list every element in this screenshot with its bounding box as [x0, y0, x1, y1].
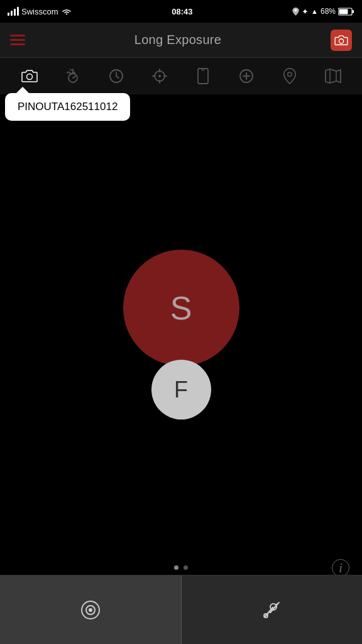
settings-tab[interactable] — [182, 575, 363, 644]
header: Long Exposure — [0, 23, 362, 58]
toolbar-location-icon — [283, 68, 297, 84]
menu-line-2 — [10, 39, 25, 41]
status-bar: Swisscom 08:43 ✦ ▲ 68% — [0, 0, 362, 23]
page-title: Long Exposure — [134, 33, 221, 47]
svg-line-8 — [70, 70, 72, 70]
svg-rect-3 — [339, 9, 348, 14]
tab-bar — [0, 575, 362, 644]
info-button[interactable]: i — [332, 559, 349, 577]
battery-icon — [338, 8, 354, 16]
focus-button[interactable]: F — [151, 360, 211, 419]
toolbar-location-button[interactable] — [268, 58, 311, 94]
status-left: Swisscom — [8, 7, 72, 16]
svg-rect-19 — [198, 69, 208, 84]
bluetooth-icon: ✦ — [302, 7, 309, 16]
menu-line-1 — [10, 35, 25, 36]
wifi-icon — [61, 8, 72, 16]
svg-point-4 — [339, 38, 343, 43]
arrow-icon: ▲ — [311, 8, 318, 15]
shutter-label: S — [170, 289, 192, 327]
toolbar-clock-button[interactable] — [94, 58, 138, 94]
location-status-icon — [292, 8, 299, 16]
toolbar-map-button[interactable] — [311, 58, 354, 94]
toolbar-crosshair-button[interactable] — [138, 58, 181, 94]
svg-rect-2 — [353, 10, 354, 13]
svg-line-9 — [73, 76, 75, 78]
focus-label: F — [174, 377, 188, 403]
tooltip-text: PINOUTA162511012 — [18, 101, 118, 113]
shutter-tab[interactable] — [0, 575, 182, 644]
settings-tab-icon — [260, 599, 283, 621]
toolbar-camera-button[interactable] — [8, 58, 51, 94]
menu-line-3 — [10, 43, 25, 45]
toolbar-add-icon — [238, 68, 255, 84]
svg-point-24 — [287, 72, 292, 77]
main-content: S F — [0, 94, 362, 575]
battery-label: 68% — [321, 7, 336, 16]
toolbar-phone-icon — [196, 68, 210, 84]
page-dot-2[interactable] — [184, 565, 188, 570]
status-time: 08:43 — [172, 7, 192, 16]
tooltip-box: PINOUTA162511012 — [5, 93, 130, 121]
menu-button[interactable] — [10, 35, 25, 45]
svg-point-29 — [89, 608, 92, 612]
status-right: ✦ ▲ 68% — [292, 7, 354, 16]
shutter-tab-icon — [79, 599, 102, 621]
svg-point-18 — [158, 75, 161, 77]
svg-point-5 — [26, 74, 32, 80]
shutter-button[interactable]: S — [123, 250, 239, 366]
tooltip: PINOUTA162511012 — [5, 93, 130, 121]
info-icon: i — [339, 560, 343, 576]
svg-line-12 — [116, 76, 119, 78]
icon-toolbar — [0, 58, 362, 94]
toolbar-phone-button[interactable] — [181, 58, 224, 94]
page-dot-1[interactable] — [174, 565, 178, 570]
toolbar-crosshair-icon — [151, 68, 168, 84]
toolbar-map-icon — [324, 68, 342, 84]
dots-group — [0, 565, 362, 570]
camera-button[interactable] — [331, 30, 352, 51]
toolbar-timer-wave-icon — [65, 68, 81, 84]
toolbar-clock-icon — [108, 68, 124, 84]
camera-icon — [334, 35, 348, 46]
signal-icon — [8, 7, 19, 16]
toolbar-add-button[interactable] — [224, 58, 268, 94]
carrier-label: Swisscom — [21, 7, 58, 16]
toolbar-camera-icon — [21, 69, 38, 84]
page-indicator: i — [0, 565, 362, 570]
toolbar-timer-wave-button[interactable] — [51, 58, 94, 94]
